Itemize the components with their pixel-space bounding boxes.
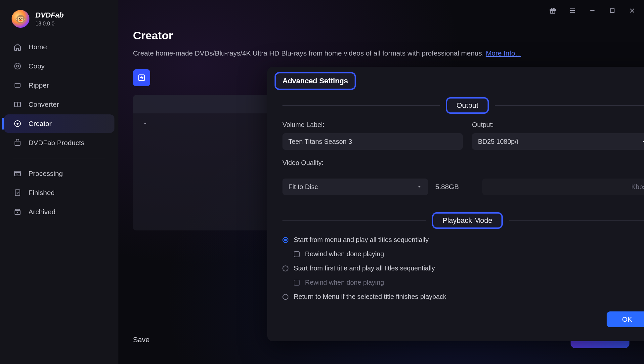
sidebar-item-finished[interactable]: Finished <box>4 183 114 202</box>
advanced-settings-modal: Advanced Settings Output Volume Label: T… <box>267 67 644 341</box>
sidebar: 🐵 DVDFab 13.0.0.0 Home Copy <box>0 0 118 364</box>
sidebar-item-label: Creator <box>28 120 52 128</box>
chevron-down-icon <box>417 184 422 189</box>
radio-icon <box>282 265 288 271</box>
sidebar-item-archived[interactable]: Archived <box>4 203 114 221</box>
kbps-unit: Kbps <box>631 183 644 191</box>
products-icon <box>13 139 22 147</box>
minimize-icon[interactable] <box>586 5 598 17</box>
radio-icon <box>282 237 288 243</box>
sidebar-item-label: Ripper <box>28 81 49 89</box>
svg-rect-2 <box>15 83 20 87</box>
app-frame: 🐵 DVDFab 13.0.0.0 Home Copy <box>0 0 644 364</box>
sidebar-item-ripper[interactable]: Ripper <box>4 76 114 95</box>
divider <box>282 105 440 106</box>
video-quality-label: Video Quality: <box>282 159 644 167</box>
more-info-link[interactable]: More Info... <box>486 49 521 57</box>
playback-option-3[interactable]: Return to Menu if the selected title fin… <box>282 293 644 301</box>
playback-option-1-rewind[interactable]: Rewind when done playing <box>282 250 644 258</box>
playback-option-2-rewind: Rewind when done playing <box>282 279 644 286</box>
output-field: Output: BD25 1080p/i <box>472 121 644 150</box>
playback-suboption-label: Rewind when done playing <box>305 279 384 286</box>
kbps-input[interactable]: Kbps <box>482 179 644 195</box>
brand-text: DVDFab 13.0.0.0 <box>35 11 64 27</box>
output-form: Volume Label: Teen Titans Season 3 Outpu… <box>267 114 644 171</box>
divider <box>495 105 644 106</box>
ok-button[interactable]: OK <box>607 311 644 327</box>
volume-label-field: Volume Label: Teen Titans Season 3 <box>282 121 463 150</box>
sidebar-item-label: Processing <box>28 170 63 178</box>
main-area: Creator Create home-made DVDs/Blu-rays/4… <box>118 0 644 364</box>
section-title-playback: Playback Mode <box>432 212 503 229</box>
output-label: Output: <box>472 121 644 129</box>
video-quality-row: Fit to Disc 5.88GB Kbps <box>267 179 644 195</box>
gift-icon[interactable] <box>547 5 559 17</box>
radio-icon <box>282 294 288 300</box>
brand-name: DVDFab <box>35 11 64 20</box>
copy-icon <box>13 62 22 70</box>
sidebar-item-products[interactable]: DVDFab Products <box>4 134 114 152</box>
section-header-playback: Playback Mode <box>282 212 644 229</box>
sidebar-item-label: Archived <box>28 208 56 216</box>
page-title: Creator <box>133 29 629 42</box>
modal-title: Advanced Settings <box>282 77 348 85</box>
brand-logo-icon: 🐵 <box>12 10 29 28</box>
playback-option-label: Start from first title and play all titl… <box>294 264 435 272</box>
svg-rect-3 <box>15 102 17 107</box>
modal-title-chip: Advanced Settings <box>275 72 356 90</box>
checkbox-icon <box>294 251 300 257</box>
finished-icon <box>13 188 22 197</box>
save-label: Save <box>133 336 150 344</box>
archived-icon <box>13 208 22 216</box>
export-icon <box>137 73 146 82</box>
svg-rect-4 <box>18 102 21 107</box>
sidebar-item-copy[interactable]: Copy <box>4 57 114 75</box>
menu-icon[interactable] <box>567 5 579 17</box>
brand-version: 13.0.0.0 <box>35 21 64 27</box>
playback-option-label: Start from menu and play all titles sequ… <box>294 236 429 244</box>
divider <box>509 221 644 221</box>
playback-option-1[interactable]: Start from menu and play all titles sequ… <box>282 236 644 244</box>
sidebar-item-label: DVDFab Products <box>28 139 84 147</box>
checkbox-icon <box>294 280 300 286</box>
brand-block: 🐵 DVDFab 13.0.0.0 <box>0 10 118 38</box>
sidebar-item-home[interactable]: Home <box>4 38 114 56</box>
volume-label-value: Teen Titans Season 3 <box>288 138 352 145</box>
sidebar-item-label: Copy <box>28 62 45 70</box>
video-quality-value: Fit to Disc <box>288 183 318 191</box>
window-controls <box>547 5 638 17</box>
svg-rect-7 <box>15 141 20 145</box>
chevron-down-icon[interactable] <box>142 121 148 127</box>
page-description-text: Create home-made DVDs/Blu-rays/4K Ultra … <box>133 49 486 57</box>
video-quality-field: Video Quality: <box>282 159 644 171</box>
video-quality-select[interactable]: Fit to Disc <box>282 179 428 195</box>
playback-options: Start from menu and play all titles sequ… <box>267 229 644 301</box>
sidebar-item-converter[interactable]: Converter <box>4 95 114 114</box>
output-select[interactable]: BD25 1080p/i <box>472 133 644 150</box>
nav-divider <box>13 158 105 158</box>
sidebar-item-label: Home <box>28 43 47 51</box>
svg-point-6 <box>17 123 18 124</box>
converter-icon <box>13 100 22 109</box>
divider <box>282 221 426 221</box>
playback-suboption-label: Rewind when done playing <box>305 250 384 258</box>
sidebar-item-label: Converter <box>28 101 59 108</box>
sidebar-item-label: Finished <box>28 189 55 197</box>
section-header-output: Output <box>282 97 644 114</box>
mode-button[interactable] <box>133 69 150 86</box>
sidebar-item-creator[interactable]: Creator <box>4 114 114 133</box>
chevron-down-icon <box>641 139 644 144</box>
maximize-icon[interactable] <box>606 5 618 17</box>
nav: Home Copy Ripper Converter <box>0 38 118 222</box>
playback-option-label: Return to Menu if the selected title fin… <box>294 293 446 301</box>
playback-option-2[interactable]: Start from first title and play all titl… <box>282 264 644 272</box>
creator-icon <box>13 119 22 128</box>
volume-label-label: Volume Label: <box>282 121 463 129</box>
ripper-icon <box>13 81 22 90</box>
svg-point-0 <box>15 63 21 69</box>
close-icon[interactable] <box>626 5 638 17</box>
sidebar-item-processing[interactable]: Processing <box>4 164 114 183</box>
svg-point-1 <box>17 65 19 67</box>
page-description: Create home-made DVDs/Blu-rays/4K Ultra … <box>133 49 629 57</box>
volume-label-input[interactable]: Teen Titans Season 3 <box>282 133 463 150</box>
